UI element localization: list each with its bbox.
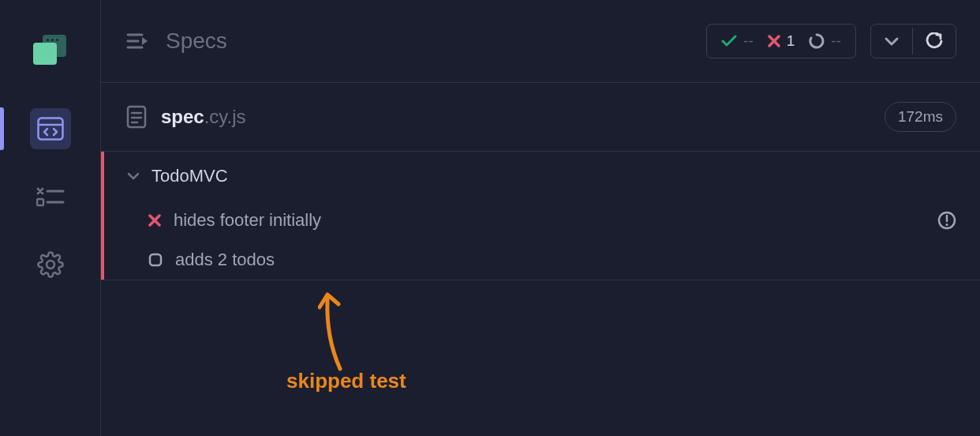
stat-passed: -- [743, 32, 754, 50]
main-panel: Specs -- 1 [101, 0, 980, 436]
spec-file-row[interactable]: spec.cy.js 172ms [101, 83, 980, 152]
spec-filename: spec.cy.js [161, 106, 246, 128]
refresh-icon [926, 32, 943, 50]
svg-rect-15 [150, 254, 161, 265]
test-stats: -- 1 -- [706, 24, 856, 58]
expand-button[interactable] [871, 28, 913, 54]
suite-header[interactable]: TodoMVC [104, 152, 980, 201]
error-icon[interactable] [937, 211, 956, 230]
sidebar [0, 0, 101, 436]
test-suite: TodoMVC hides footer initially adds 2 to… [101, 152, 980, 280]
header: Specs -- 1 [101, 0, 980, 83]
sidebar-item-runs[interactable] [0, 166, 100, 227]
svg-point-14 [945, 224, 948, 226]
svg-rect-0 [38, 118, 62, 140]
x-icon [768, 35, 780, 47]
x-icon [148, 214, 161, 227]
pending-box-icon [148, 253, 163, 267]
check-icon [721, 35, 737, 47]
sidebar-item-settings[interactable] [0, 234, 100, 295]
stat-pending: -- [831, 32, 841, 50]
duration-badge: 172ms [885, 102, 956, 132]
chevron-down-icon [126, 171, 140, 181]
svg-rect-3 [37, 199, 43, 205]
cypress-logo [33, 32, 68, 66]
test-row-pending[interactable]: adds 2 todos [104, 240, 980, 280]
suite-title: TodoMVC [151, 166, 228, 186]
test-list-icon [36, 186, 65, 208]
gear-icon [37, 251, 64, 278]
pending-icon [809, 33, 825, 49]
test-row-failed[interactable]: hides footer initially [104, 201, 980, 240]
test-name: adds 2 todos [175, 250, 275, 270]
arrow-icon [318, 290, 365, 377]
test-name: hides footer initially [174, 210, 321, 231]
stat-failed: 1 [787, 32, 795, 50]
page-title: Specs [166, 28, 227, 54]
spec-collapse-icon[interactable] [126, 32, 150, 50]
rerun-button[interactable] [913, 24, 956, 58]
sidebar-item-specs[interactable] [0, 98, 100, 160]
browser-code-icon [37, 117, 64, 141]
file-icon [126, 105, 147, 129]
annotation-label: skipped test [286, 369, 406, 393]
chevron-down-icon [884, 36, 900, 47]
